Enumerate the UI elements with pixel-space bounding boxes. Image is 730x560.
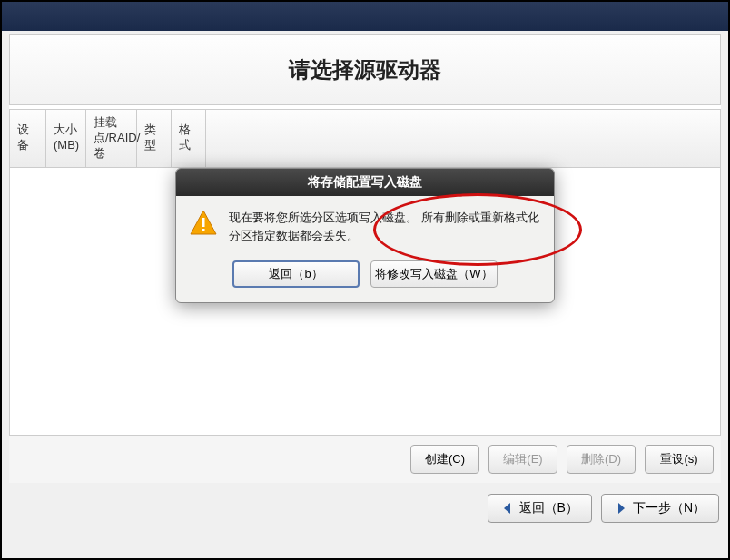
warning-icon: [189, 209, 218, 238]
edit-button: 编辑(E): [488, 445, 557, 474]
nav-next-label: 下一步（N）: [633, 500, 705, 516]
dialog-message: 现在要将您所选分区选项写入磁盘。 所有删除或重新格式化分区指定数据都会丢失。: [229, 209, 539, 244]
page-title-section: 请选择源驱动器: [9, 34, 721, 105]
dialog-write-button[interactable]: 将修改写入磁盘（W）: [370, 260, 498, 288]
arrow-right-icon: [615, 502, 627, 515]
window-title-bar: [2, 2, 728, 31]
col-size[interactable]: 大小(MB): [46, 110, 86, 167]
partition-actions: 创建(C) 编辑(E) 删除(D) 重设(s): [9, 436, 721, 483]
col-format[interactable]: 格式: [172, 110, 206, 167]
dialog-title: 将存储配置写入磁盘: [176, 169, 554, 196]
main-panel: 请选择源驱动器 设备 大小(MB) 挂载点/RAID/卷 类型 格式 将存储配置…: [9, 34, 721, 483]
svg-rect-2: [202, 229, 205, 231]
drive-table: 设备 大小(MB) 挂载点/RAID/卷 类型 格式 将存储配置写入磁盘 现在要…: [9, 109, 721, 436]
table-header-row: 设备 大小(MB) 挂载点/RAID/卷 类型 格式: [10, 110, 720, 168]
delete-button: 删除(D): [567, 445, 636, 474]
col-device[interactable]: 设备: [10, 110, 46, 167]
wizard-nav: 返回（B） 下一步（N）: [2, 486, 728, 532]
col-type[interactable]: 类型: [137, 110, 172, 167]
svg-marker-3: [504, 503, 510, 514]
create-button[interactable]: 创建(C): [410, 445, 479, 474]
svg-rect-1: [202, 218, 205, 227]
write-to-disk-dialog: 将存储配置写入磁盘 现在要将您所选分区选项写入磁盘。 所有删除或重新格式化分区指…: [175, 168, 555, 303]
dialog-button-row: 返回（b） 将修改写入磁盘（W）: [176, 251, 554, 302]
dialog-body: 现在要将您所选分区选项写入磁盘。 所有删除或重新格式化分区指定数据都会丢失。: [176, 196, 554, 251]
nav-next-button[interactable]: 下一步（N）: [601, 494, 719, 523]
dialog-back-button[interactable]: 返回（b）: [232, 260, 360, 288]
page-title: 请选择源驱动器: [10, 55, 720, 84]
reset-button[interactable]: 重设(s): [645, 445, 714, 474]
col-mount[interactable]: 挂载点/RAID/卷: [86, 110, 137, 167]
svg-marker-4: [618, 503, 625, 514]
arrow-left-icon: [501, 502, 514, 515]
nav-back-button[interactable]: 返回（B）: [488, 494, 592, 523]
nav-back-label: 返回（B）: [519, 500, 578, 516]
